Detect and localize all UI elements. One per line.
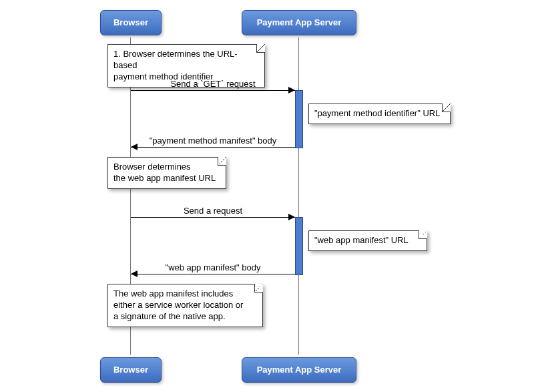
note-text: The web app manifest includes bbox=[113, 288, 257, 300]
lifeline-server bbox=[298, 37, 299, 355]
note-web-app-manifest-url: "web app manifest" URL bbox=[308, 230, 427, 251]
note-web-app-manifest-includes: The web app manifest includes either a s… bbox=[107, 284, 263, 327]
participant-server-bottom: Payment App Server bbox=[242, 357, 356, 383]
participant-browser-bottom: Browser bbox=[100, 357, 162, 383]
message-send-request-line bbox=[131, 217, 295, 218]
participant-browser-top: Browser bbox=[100, 10, 162, 35]
message-send-request-label: Send a request bbox=[131, 206, 295, 216]
message-get-request-line bbox=[131, 90, 295, 91]
note-text: the web app manifest URL bbox=[113, 173, 220, 184]
message-manifest-body-line bbox=[131, 147, 295, 148]
arrow-icon bbox=[131, 270, 138, 277]
arrow-icon bbox=[288, 214, 295, 220]
note-browser-determines-manifest-url: Browser determines the web app manifest … bbox=[107, 157, 226, 189]
note-text: either a service worker location or bbox=[113, 300, 257, 311]
activation-server-2 bbox=[295, 217, 303, 275]
message-web-app-manifest-body-line bbox=[131, 274, 295, 274]
message-manifest-body-label: "payment method manifest" body bbox=[131, 136, 295, 146]
participant-server-top: Payment App Server bbox=[242, 10, 356, 35]
note-text: "payment method identifier" URL bbox=[314, 108, 445, 120]
arrow-icon bbox=[288, 87, 295, 93]
arrow-icon bbox=[131, 144, 138, 150]
sequence-diagram: Browser Payment App Server 1. Browser de… bbox=[0, 0, 534, 392]
note-payment-method-identifier-url: "payment method identifier" URL bbox=[308, 104, 451, 124]
activation-server-1 bbox=[295, 90, 303, 148]
note-text: 1. Browser determines the URL-based bbox=[113, 49, 259, 71]
note-text: "web app manifest" URL bbox=[314, 235, 421, 246]
note-text: a signature of the native app. bbox=[113, 311, 257, 323]
note-text: Browser determines bbox=[113, 162, 220, 173]
message-get-request-label: Send a `GET` request bbox=[131, 79, 295, 89]
message-web-app-manifest-body-label: "web app manifest" body bbox=[131, 262, 295, 272]
